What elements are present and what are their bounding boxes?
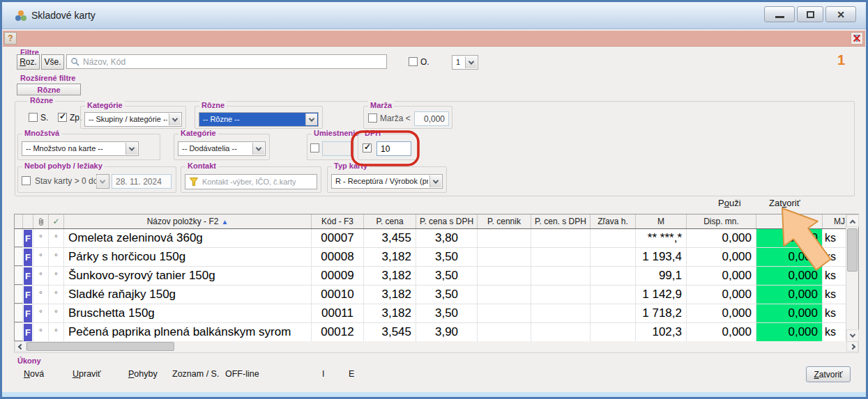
- row-select-handle[interactable]: [15, 285, 23, 304]
- count-select[interactable]: 1: [452, 55, 478, 70]
- col-header-p-cen-s-dph[interactable]: P. cen. s DPH: [531, 214, 591, 228]
- attachment-indicator[interactable]: °: [33, 285, 49, 304]
- cell-m[interactable]: ** ***,*: [636, 229, 687, 247]
- row-type-badge[interactable]: F: [23, 285, 33, 304]
- table-row[interactable]: F°°Sladké raňajky 150g000103,1823,501 14…: [15, 285, 858, 304]
- row-select-handle[interactable]: [15, 248, 23, 266]
- check-indicator[interactable]: °: [49, 248, 64, 266]
- marza-checkbox[interactable]: [368, 114, 377, 123]
- vse-button[interactable]: Vše.: [41, 54, 64, 70]
- cell-p-cena[interactable]: 3,182: [364, 248, 416, 266]
- col-header-kod[interactable]: Kód - F3: [312, 214, 364, 228]
- cell-p-cena-s-dph[interactable]: 3,90: [416, 323, 478, 341]
- dph-checkbox[interactable]: [363, 143, 372, 152]
- cell-p-cennik[interactable]: [478, 267, 531, 285]
- cell-p-cena-s-dph[interactable]: 3,50: [416, 304, 478, 322]
- kontakt-input[interactable]: Kontakt -výber, IČO, č.karty: [185, 174, 317, 189]
- cell-p-cen-s-dph[interactable]: [531, 285, 591, 304]
- cell-m[interactable]: 99,1: [636, 267, 687, 285]
- cell-disp-mn[interactable]: 0,000: [687, 248, 756, 266]
- vertical-scroll-thumb[interactable]: [847, 228, 858, 272]
- cell-p-cennik[interactable]: [478, 229, 531, 247]
- nebol-date-input[interactable]: 28. 11. 2024: [112, 174, 172, 189]
- cell-mj[interactable]: ks: [823, 304, 847, 322]
- import-link[interactable]: I: [322, 369, 324, 379]
- cell-m[interactable]: 1 193,4: [636, 248, 687, 266]
- cell-stock[interactable]: 0,000: [756, 267, 823, 285]
- cell-p-cena[interactable]: 3,455: [364, 229, 416, 247]
- cell-m[interactable]: 102,3: [636, 323, 687, 341]
- edit-link[interactable]: Upraviť: [73, 369, 101, 379]
- cell-mj[interactable]: ks: [823, 267, 847, 285]
- check-indicator[interactable]: °: [49, 323, 64, 341]
- s-checkbox[interactable]: [29, 113, 38, 122]
- offline-link[interactable]: OFF-line: [225, 369, 259, 379]
- apply-link[interactable]: Použi: [718, 198, 741, 208]
- minimize-button[interactable]: [764, 6, 795, 22]
- attachment-indicator[interactable]: °: [33, 323, 49, 341]
- rozne-select[interactable]: -- Rôzne --: [199, 112, 319, 127]
- row-select-handle[interactable]: [15, 323, 23, 341]
- cell-name[interactable]: Šunkovo-syrový tanier 150g: [64, 267, 312, 285]
- close-filter-link[interactable]: Zatvoriť: [769, 198, 800, 208]
- o-checkbox[interactable]: [409, 57, 418, 66]
- check-indicator[interactable]: °: [49, 304, 64, 322]
- cell-disp-mn[interactable]: 0,000: [687, 267, 756, 285]
- maximize-button[interactable]: [797, 6, 823, 22]
- cell-m[interactable]: 1 142,9: [636, 285, 687, 304]
- horizontal-scrollbar[interactable]: [14, 341, 859, 353]
- cell-p-cena-s-dph[interactable]: 3,50: [416, 267, 478, 285]
- row-select-handle[interactable]: [15, 267, 23, 285]
- cell-name[interactable]: Omeleta zeleninová 360g: [64, 229, 312, 247]
- cell-p-cena[interactable]: 3,182: [364, 285, 416, 304]
- col-header-disp-mn[interactable]: Disp. mn.: [687, 214, 756, 228]
- close-window-button[interactable]: Zatvoriť: [806, 366, 851, 382]
- row-type-badge[interactable]: F: [23, 304, 33, 322]
- scroll-right-button[interactable]: [846, 341, 858, 352]
- cell-p-cen-s-dph[interactable]: [531, 229, 591, 247]
- row-select-handle[interactable]: [15, 229, 23, 247]
- col-header-zlava[interactable]: Zľava h.: [591, 214, 636, 228]
- help-button[interactable]: ?: [4, 32, 17, 45]
- check-indicator[interactable]: °: [49, 229, 64, 247]
- cell-stock[interactable]: 0,000: [756, 229, 823, 247]
- check-indicator[interactable]: °: [49, 267, 64, 285]
- table-row[interactable]: F°°Omeleta zeleninová 360g000073,4553,80…: [15, 229, 858, 248]
- cell-p-cena[interactable]: 3,182: [364, 267, 416, 285]
- table-row[interactable]: F°°Párky s horčicou 150g000083,1823,501 …: [15, 248, 858, 267]
- clear-filter-icon[interactable]: [851, 32, 863, 45]
- cell-p-cen-s-dph[interactable]: [531, 248, 591, 266]
- cell-p-cennik[interactable]: [478, 323, 531, 341]
- row-type-badge[interactable]: F: [23, 248, 33, 266]
- horizontal-scroll-thumb[interactable]: [26, 342, 174, 351]
- scroll-down-button[interactable]: [846, 329, 859, 342]
- row-select-handle[interactable]: [15, 304, 23, 322]
- cell-kod[interactable]: 00011: [312, 304, 364, 322]
- col-header-stock[interactable]: [756, 214, 823, 228]
- cell-p-cena-s-dph[interactable]: 3,50: [416, 285, 478, 304]
- cell-zlava[interactable]: [591, 323, 636, 341]
- zp-checkbox[interactable]: [58, 113, 67, 122]
- col-header-check[interactable]: ✓: [49, 214, 64, 228]
- cell-mj[interactable]: ks: [823, 285, 847, 304]
- new-link[interactable]: Nová: [24, 369, 44, 379]
- scroll-up-button[interactable]: [846, 214, 859, 227]
- cell-disp-mn[interactable]: 0,000: [687, 323, 756, 341]
- col-header-mj[interactable]: MJ: [823, 214, 847, 228]
- search-input[interactable]: Názov, Kód: [66, 54, 387, 69]
- col-header-rowselect[interactable]: [15, 214, 23, 228]
- row-type-badge[interactable]: F: [23, 323, 33, 341]
- cell-name[interactable]: Pečená paprika plnená balkánskym syrom: [64, 323, 312, 341]
- mnozstvo-select[interactable]: -- Množstvo na karte --: [22, 141, 139, 156]
- movements-link[interactable]: Pohyby: [128, 369, 158, 379]
- list-link[interactable]: Zoznam / S.: [172, 369, 219, 379]
- umiestnenie-checkbox[interactable]: [310, 143, 319, 152]
- cell-p-cen-s-dph[interactable]: [531, 267, 591, 285]
- cell-zlava[interactable]: [591, 285, 636, 304]
- attachment-indicator[interactable]: °: [33, 267, 49, 285]
- cell-p-cena[interactable]: 3,545: [364, 323, 416, 341]
- cell-kod[interactable]: 00010: [312, 285, 364, 304]
- col-header-p-cena-s-dph[interactable]: P. cena s DPH: [416, 214, 478, 228]
- table-row[interactable]: F°°Bruschetta 150g000113,1823,501 718,20…: [15, 304, 858, 323]
- cell-disp-mn[interactable]: 0,000: [687, 285, 756, 304]
